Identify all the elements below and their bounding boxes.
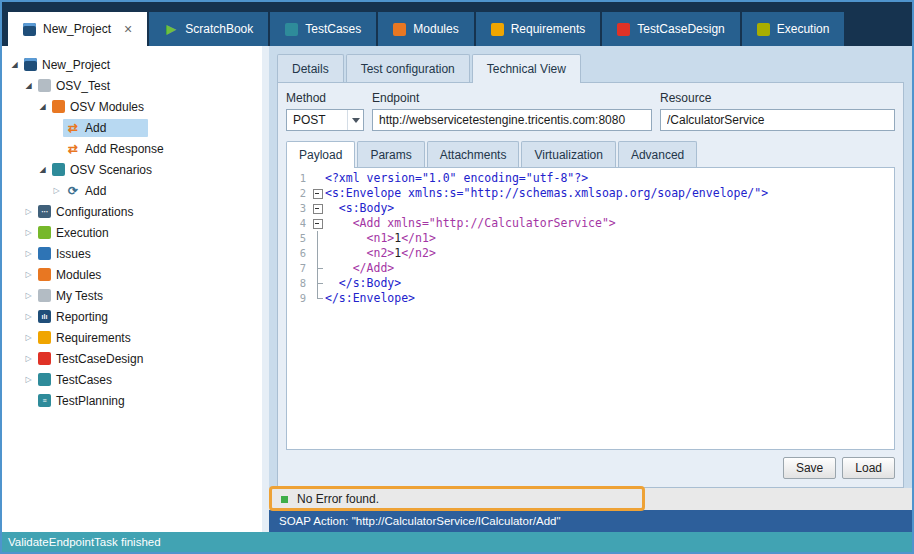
tree-item-content: TestCaseDesign [35,350,146,368]
payload-tabs: PayloadParamsAttachmentsVirtualizationAd… [286,141,895,167]
tab-advanced[interactable]: Advanced [618,141,697,167]
save-button[interactable]: Save [783,457,836,479]
resource-input[interactable] [660,109,895,131]
tree-item-osv-scenarios[interactable]: ◢OSV Scenarios [2,159,262,180]
tree-item-reporting[interactable]: ▷ılıReporting [2,306,262,327]
scratchbook-icon: ▶ [164,22,178,36]
fold-collapse-icon[interactable] [311,186,325,201]
new-project-icon [24,58,37,71]
collapse-arrow-icon[interactable]: ◢ [36,166,49,174]
tab-test-configuration[interactable]: Test configuration [346,54,470,82]
code-text: <s:Envelope xmlns:s="http://schemas.xmls… [325,186,768,201]
expand-arrow-icon[interactable]: ▷ [22,250,35,258]
tree-item-testcases[interactable]: ▷TestCases [2,369,262,390]
code-line: 2<s:Envelope xmlns:s="http://schemas.xml… [287,186,894,201]
testcases-icon [38,373,51,386]
expand-arrow-icon[interactable]: ▷ [22,376,35,384]
method-select[interactable]: POST [286,109,364,131]
fold-guide [311,171,325,186]
code-text: <s:Body> [325,201,394,216]
tree-item-label: TestPlanning [56,394,125,408]
dropdown-arrow-icon[interactable] [347,110,363,130]
xml-editor[interactable]: 1<?xml version="1.0" encoding="utf-8"?>2… [286,167,895,450]
tree-item-content: OSV Scenarios [49,161,155,179]
expand-arrow-icon[interactable]: ▷ [22,208,35,216]
collapse-arrow-icon[interactable]: ◢ [8,61,21,69]
soap-action-bar: SOAP Action: "http://CalculatorService/I… [269,510,912,532]
tree-item-execution[interactable]: ▷Execution [2,222,262,243]
fold-guide [311,291,325,306]
tree-item-label: Add [85,121,106,135]
tree-item-label: Add [85,184,106,198]
top-tab-new-project[interactable]: New_Project× [8,12,147,46]
tree-item-label: Requirements [56,331,131,345]
tree-item-osv-test[interactable]: ◢OSV_Test [2,75,262,96]
fold-collapse-icon[interactable] [311,216,325,231]
expand-arrow-icon[interactable]: ▷ [22,355,35,363]
detail-tabs: DetailsTest configurationTechnical View [269,46,912,82]
validation-status-bar: No Error found. [269,488,912,510]
tree-item-label: Issues [56,247,91,261]
configurations-icon: ⋯ [38,205,51,218]
tab-params[interactable]: Params [357,141,424,167]
expand-arrow-icon[interactable]: ▷ [22,229,35,237]
tree-item-my-tests[interactable]: ▷My Tests [2,285,262,306]
endpoint-input[interactable] [372,109,652,131]
tab-payload[interactable]: Payload [286,141,355,168]
top-tab-execution[interactable]: Execution [742,12,845,46]
tree-item-testplanning[interactable]: ≡TestPlanning [2,390,262,411]
tree-item-testcasedesign[interactable]: ▷TestCaseDesign [2,348,262,369]
tab-virtualization[interactable]: Virtualization [521,141,615,167]
expand-arrow-icon[interactable]: ▷ [22,313,35,321]
top-tab-testcases[interactable]: TestCases [270,12,376,46]
top-tab-testcasedesign[interactable]: TestCaseDesign [602,12,739,46]
fold-collapse-icon[interactable] [311,201,325,216]
method-label: Method [286,91,364,105]
tree-item-content: Requirements [35,329,134,347]
tree-item-modules[interactable]: ▷Modules [2,264,262,285]
expand-arrow-icon[interactable]: ▷ [22,271,35,279]
code-line: 9</s:Envelope> [287,291,894,306]
method-group: Method POST [286,91,364,131]
tree-item-osv-modules[interactable]: ◢OSV Modules [2,96,262,117]
expand-arrow-icon[interactable]: ▷ [22,292,35,300]
tree-item-content: New_Project [21,56,113,74]
window-status-bar: ValidateEndpointTask finished [2,532,912,552]
resource-label: Resource [660,91,895,105]
tab-attachments[interactable]: Attachments [427,141,520,167]
tree-item-content: Execution [35,224,112,242]
tab-label: TestCaseDesign [637,22,724,36]
top-tab-requirements[interactable]: Requirements [476,12,601,46]
load-button[interactable]: Load [842,457,895,479]
testcasedesign-icon [38,352,51,365]
top-tab-modules[interactable]: Modules [378,12,473,46]
tab-details[interactable]: Details [277,54,344,82]
tree-item-label: My Tests [56,289,103,303]
tree-item-label: Configurations [56,205,133,219]
collapse-arrow-icon[interactable]: ◢ [22,82,35,90]
issues-icon [38,247,51,260]
line-number: 9 [287,291,311,306]
status-ok-icon [281,496,288,503]
tab-technical-view[interactable]: Technical View [472,54,581,83]
expand-arrow-icon[interactable]: ▷ [22,334,35,342]
tab-label: Modules [413,22,458,36]
tree-item-add-response[interactable]: ⇄Add Response [2,138,262,159]
tree-item-content: ılıReporting [35,308,111,326]
top-tab-scratchbook[interactable]: ▶ScratchBook [149,12,268,46]
top-tab-bar: New_Project×▶ScratchBookTestCasesModules… [2,2,912,46]
expand-arrow-icon[interactable]: ▷ [50,187,63,195]
tree-item-add[interactable]: ▷⟳Add [2,180,262,201]
modules-icon [38,268,51,281]
close-icon[interactable]: × [124,22,132,36]
tree-item-issues[interactable]: ▷Issues [2,243,262,264]
add-icon: ⇄ [66,121,80,135]
sidebar-splitter[interactable] [262,46,269,532]
tab-label: TestCases [305,22,361,36]
tree-item-new-project[interactable]: ◢New_Project [2,54,262,75]
testcases-icon [285,23,298,36]
tree-item-add[interactable]: ⇄Add [2,117,262,138]
tree-item-configurations[interactable]: ▷⋯Configurations [2,201,262,222]
tree-item-requirements[interactable]: ▷Requirements [2,327,262,348]
collapse-arrow-icon[interactable]: ◢ [36,103,49,111]
